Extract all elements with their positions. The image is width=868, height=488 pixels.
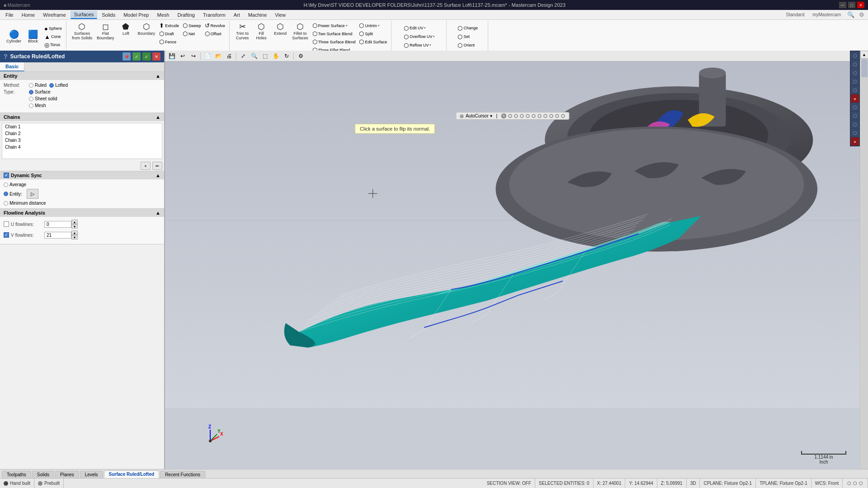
chains-section-header[interactable]: Chains ▲ [0,113,164,121]
ribbon-btn-extrude[interactable]: ⬆ Extrude [158,22,180,29]
ok-button[interactable]: ✓ [132,52,141,61]
ribbon-btn-revolve[interactable]: ↺ Revolve [203,22,227,29]
vt-icon-3[interactable]: ⬡ [514,113,518,118]
panel-help-icon[interactable]: ? [4,53,8,60]
ribbon-btn-fillet-to-surfaces[interactable]: ⬡ Fillet toSurfaces [290,22,310,41]
ribbon-btn-flat-boundary[interactable]: ◻ FlatBoundary [95,22,116,41]
ribbon-btn-block[interactable]: 🟦 Block [24,29,42,44]
vt-open[interactable]: 📂 [213,52,223,61]
menu-art[interactable]: Art [230,11,244,19]
ribbon-btn-reflow-uv[interactable]: ⬡ Reflow UV ▾ [402,42,433,49]
ribbon-btn-orient[interactable]: ⬡ Orient [456,42,476,49]
v-flowlines-down[interactable]: ▼ [71,235,78,239]
ribbon-btn-set[interactable]: ⬡ Set [456,33,471,41]
right-icon-red-2[interactable]: ● [851,137,859,145]
tab-solids[interactable]: Solids [32,471,54,478]
right-icon-8[interactable]: ⬡ [851,120,859,128]
pin-button[interactable]: 📌 [123,52,131,61]
dynamic-sync-checkbox-row[interactable]: ✓ Dynamic Sync [4,173,42,178]
tab-basic[interactable]: Basic [0,62,24,71]
vt-zoom-in[interactable]: 🔍 [249,52,259,61]
vt-pan[interactable]: ✋ [271,52,281,61]
v-flowlines-checkbox[interactable]: ✓ [4,232,9,238]
chains-add-button[interactable]: + [141,162,151,170]
type-surface-option[interactable]: Surface [29,89,50,94]
status-cplane[interactable]: CPLANE: Fixture Op2-1 [700,479,756,488]
settings-icon[interactable]: ⚙ [857,11,866,18]
ribbon-btn-trim-to-curves[interactable]: ✂ Trim toCurves [233,22,251,41]
vt-icon-4[interactable]: ⬡ [520,113,524,118]
average-radio[interactable] [4,183,8,187]
ribbon-btn-torus[interactable]: ◎ Torus [43,41,63,49]
entity-section-header[interactable]: Entity ▲ [0,72,164,80]
tab-toolpaths[interactable]: Toolpaths [2,471,31,478]
chain-4[interactable]: Chain 4 [2,144,162,150]
ribbon-btn-cylinder[interactable]: 🔵 Cylinder [5,29,23,44]
vt-icon-1[interactable]: 🔘 [501,113,506,118]
ribbon-btn-edit-surface[interactable]: ⬡ Edit Surface [358,38,388,46]
status-tplane[interactable]: TPLANE: Fixture Op2-1 [756,479,811,488]
vt-save[interactable]: 💾 [167,52,177,61]
vt-undo[interactable]: ↩ [178,52,188,61]
status-icon-1[interactable]: ⬡ [847,481,851,486]
ribbon-btn-overflow-uv[interactable]: ⬡ Overflow UV ▾ [402,33,437,41]
type-mesh-option[interactable]: Mesh [29,103,46,108]
menu-transform[interactable]: Transform [199,11,229,19]
menu-machine[interactable]: Machine [245,11,271,19]
vt-icon-10[interactable]: ⬡ [555,113,559,118]
right-icon-5[interactable]: ⬡ [851,86,859,94]
vt-print[interactable]: 🖨 [224,52,234,61]
vt-new[interactable]: 📄 [203,52,212,61]
right-scrollbar[interactable]: ▲ ▼ [860,51,868,478]
right-icon-2[interactable]: ⬡ [851,60,859,68]
search-icon[interactable]: 🔍 [845,11,856,18]
menu-home[interactable]: Home [18,11,38,19]
chain-3[interactable]: Chain 3 [2,137,162,144]
ribbon-btn-loft[interactable]: ⬟ Loft [117,22,135,37]
u-flowlines-up[interactable]: ▲ [71,220,78,224]
right-icon-6[interactable]: ⬡ [851,103,859,111]
ribbon-btn-sweep[interactable]: ⬡ Sweep [181,22,203,29]
minimum-distance-option[interactable]: Minimum distance [4,201,160,206]
right-icon-4[interactable]: ⬡ [851,77,859,85]
minimum-distance-radio[interactable] [4,201,8,206]
vt-zoom-extents[interactable]: ⤢ [238,52,248,61]
menu-drafting[interactable]: Drafting [174,11,198,19]
tab-surface-ruled-lofted[interactable]: Surface Ruled/Lofted [104,470,160,478]
ribbon-btn-change[interactable]: ⬡ Change [456,24,479,32]
ribbon-btn-offset[interactable]: ⬡ Offset [203,30,227,38]
menu-surfaces[interactable]: Surfaces [71,11,97,19]
method-ruled-option[interactable]: Ruled [29,83,47,88]
vt-icon-2[interactable]: ⬡ [508,113,512,118]
vt-rotate[interactable]: ↻ [282,52,292,61]
dynamic-sync-header[interactable]: ✓ Dynamic Sync ▲ [0,171,164,179]
chains-edit-button[interactable]: ✏ [152,162,162,170]
method-lofted-option[interactable]: Lofted [49,83,68,88]
right-icon-red-1[interactable]: ● [851,94,859,103]
chains-list[interactable]: Chain 1 Chain 2 Chain 3 Chain 4 [2,123,162,159]
menu-view[interactable]: View [271,11,289,19]
ribbon-btn-fence[interactable]: ⬡ Fence [158,38,180,46]
method-lofted-radio[interactable] [49,83,54,88]
cancel-panel-button[interactable]: ✕ [152,52,160,61]
ribbon-btn-draft[interactable]: ⬡ Draft [158,30,180,38]
menu-model-prep[interactable]: Model Prep [120,11,152,19]
status-section-view[interactable]: SECTION VIEW: OFF [483,479,535,488]
ribbon-btn-three-surface-blend[interactable]: ⬡ Three Surface Blend [311,38,357,46]
vt-redo[interactable]: ↪ [189,52,198,61]
status-selected-entities[interactable]: SELECTED ENTITIES: 0 [535,479,594,488]
entity-radio[interactable] [4,192,8,196]
autocursor-bar[interactable]: ◎ AutoCursor ▾ | 🔘 ⬡ ⬡ ⬡ ⬡ ⬡ ⬡ ⬡ ⬡ ⬡ ⬡ [456,112,569,120]
vt-icon-5[interactable]: ⬡ [526,113,530,118]
ribbon-btn-untrim[interactable]: ⬡ Untrim ▾ [358,22,388,29]
right-icon-7[interactable]: ⬡ [851,112,859,120]
vt-icon-8[interactable]: ⬡ [543,113,547,118]
vt-zoom-window[interactable]: ⬚ [260,52,270,61]
status-icon-2[interactable]: ⬡ [853,481,857,486]
ribbon-btn-edit-uv[interactable]: ⬡ Edit UV ▾ [402,24,428,32]
flowline-analysis-header[interactable]: Flowline Analysis ▲ [0,209,164,217]
right-icon-3[interactable]: ⬡ [851,69,859,77]
apply-button[interactable]: ✓ [142,52,151,61]
close-button[interactable]: ✕ [857,2,864,8]
maximize-button[interactable]: □ [848,2,855,8]
